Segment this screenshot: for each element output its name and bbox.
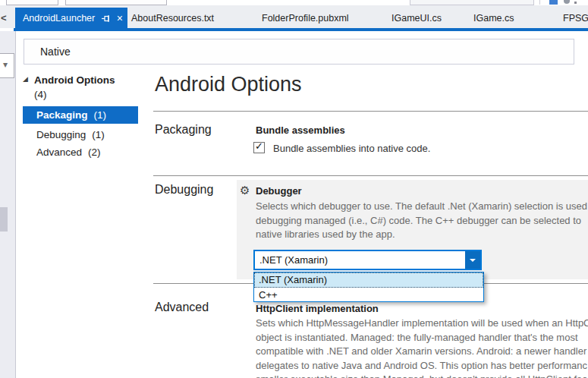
setting-label-debugger: Debugger	[256, 185, 302, 197]
dropdown-option-cpp[interactable]: C++	[254, 288, 483, 302]
description-line: compatible with .NET and older Xamarin v…	[256, 345, 588, 359]
left-dock-rail: ▾	[0, 31, 16, 378]
close-icon[interactable]: ×	[117, 14, 123, 24]
toolbar-combobox-fragment	[6, 0, 58, 5]
dropdown-option-net-xamarin[interactable]: .NET (Xamarin)	[254, 272, 483, 288]
tab-igameui[interactable]: IGameUI.cs	[391, 13, 442, 24]
sidebar-item-count: (2)	[88, 146, 101, 158]
sidebar-root-count[interactable]: (4)	[34, 89, 47, 100]
tree-expanded-icon[interactable]: ◢	[23, 75, 28, 83]
sidebar-item-label: Debugging	[36, 129, 86, 140]
description-line: native libraries used by the app.	[256, 228, 588, 242]
sidebar-item-label: Advanced	[36, 146, 82, 158]
description-line: debugging managed (i.e., C#) code. The C…	[256, 214, 588, 228]
gear-icon: ⚙	[240, 184, 250, 197]
description-line: delegates to native Java and Android OS.…	[256, 359, 588, 373]
collapsed-combobox-fragment[interactable]: ▾	[0, 53, 14, 78]
tab-scroll-left-icon[interactable]: <	[1, 12, 7, 24]
sidebar-item-count: (1)	[94, 109, 107, 121]
tab-fpsgame[interactable]: FPSGa	[563, 13, 588, 24]
tab-aboutresources[interactable]: AboutResources.txt	[131, 13, 214, 24]
sidebar-item-advanced[interactable]: Advanced(2)	[36, 146, 101, 158]
toolbar-button-icon[interactable]	[549, 0, 558, 5]
active-tab-underline	[14, 28, 588, 31]
tab-igame[interactable]: IGame.cs	[473, 13, 514, 24]
description-line: Selects which debugger to use. The defau…	[256, 200, 588, 214]
bundle-assemblies-checkbox[interactable]: ✓	[253, 142, 265, 153]
pin-icon[interactable]	[101, 14, 111, 24]
debugger-combobox[interactable]: .NET (Xamarin)	[253, 250, 482, 270]
debugger-description: Selects which debugger to use. The defau…	[256, 200, 588, 243]
debugger-dropdown-list: .NET (Xamarin) C++	[253, 272, 484, 302]
setting-label-httpclient: HttpClient implementation	[256, 303, 379, 314]
chevron-down-icon: ▾	[3, 59, 8, 70]
sidebar-root-android-options[interactable]: Android Options	[34, 74, 115, 86]
setting-label-bundle-assemblies: Bundle assemblies	[256, 124, 345, 136]
configuration-combobox[interactable]: Native	[24, 39, 574, 65]
page-title: Android Options	[155, 73, 302, 96]
left-rail-scrollbar-thumb[interactable]	[0, 207, 8, 232]
sidebar-item-label: Packaging	[36, 109, 88, 121]
section-heading-packaging: Packaging	[155, 123, 212, 137]
description-line: Sets which HttpMessageHandler implementa…	[256, 317, 588, 331]
description-line: smaller executable size than Managed, bu…	[256, 373, 588, 378]
sidebar-item-packaging[interactable]: Packaging(1)	[23, 106, 138, 124]
chevron-down-icon	[470, 259, 476, 262]
configuration-value: Native	[40, 39, 71, 64]
toolbar-combobox-fragment	[65, 0, 167, 5]
combobox-dropdown-button[interactable]	[465, 251, 480, 269]
toolbar-separator	[539, 0, 540, 5]
vs-property-page-window: < AndroidLauncher × AboutResources.txt F…	[0, 0, 588, 378]
bundle-assemblies-checkbox-label: Bundle assemblies into native code.	[273, 143, 430, 154]
section-divider	[153, 111, 588, 112]
sidebar-item-count: (1)	[92, 129, 105, 140]
section-heading-debugging: Debugging	[155, 183, 213, 197]
check-icon: ✓	[255, 140, 263, 152]
httpclient-description: Sets which HttpMessageHandler implementa…	[256, 317, 588, 378]
section-heading-advanced: Advanced	[155, 301, 209, 314]
section-divider	[153, 175, 588, 176]
debugger-combobox-value: .NET (Xamarin)	[259, 251, 328, 269]
sidebar-item-debugging[interactable]: Debugging(1)	[36, 129, 105, 140]
tab-folderprofile[interactable]: FolderProfile.pubxml	[262, 13, 349, 24]
toolbar-strip-fragment	[0, 0, 588, 5]
tab-label: AndroidLauncher	[23, 13, 99, 24]
gear-icon[interactable]	[564, 0, 570, 4]
toolbar-searchbox-fragment	[410, 0, 534, 5]
toolbar-dot-icon	[574, 2, 577, 4]
description-line: object is instantiated. Managed: the ful…	[256, 331, 588, 345]
